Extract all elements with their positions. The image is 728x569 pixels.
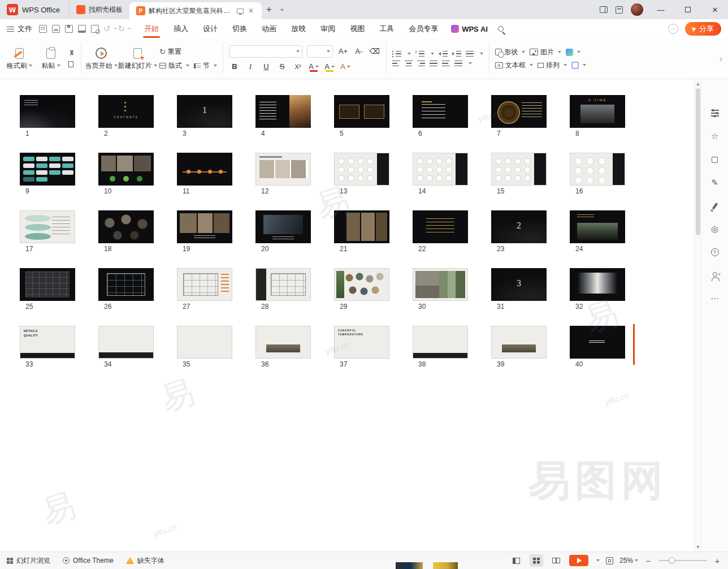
slide-preview[interactable] (177, 210, 232, 243)
slide-preview[interactable] (491, 153, 547, 186)
slide-thumbnail[interactable]: 11 (177, 153, 232, 196)
slide-thumbnail[interactable]: 19 (177, 210, 232, 253)
play-options-caret[interactable] (596, 559, 600, 562)
slide-thumbnail[interactable]: 28 (255, 268, 311, 311)
more-tools-icon[interactable]: ⋯ (710, 294, 720, 304)
slide-sorter-view-button[interactable] (530, 554, 543, 567)
slide-thumbnail[interactable]: 24 (570, 210, 625, 253)
arrange-button[interactable]: 排列 (538, 61, 567, 70)
slide-thumbnail[interactable]: 10 (98, 153, 154, 196)
slide-preview[interactable] (334, 210, 389, 243)
fill-color-button[interactable] (566, 49, 580, 56)
slide-preview[interactable] (413, 153, 468, 186)
split-window-icon[interactable] (600, 6, 608, 13)
background-window-peek[interactable] (396, 562, 423, 569)
scrollbar-thumb[interactable] (696, 88, 700, 235)
textbox-button[interactable]: A文本框 (495, 61, 533, 70)
reading-view-button[interactable] (549, 554, 563, 567)
slide-thumbnail[interactable]: 4 (255, 95, 311, 138)
zoom-out-button[interactable]: − (644, 556, 652, 566)
font-size-select[interactable] (307, 45, 333, 58)
text-direction-caret[interactable] (480, 53, 483, 55)
section-button[interactable]: 节 (194, 61, 217, 71)
decrease-indent-button[interactable] (439, 51, 448, 57)
slide-preview[interactable] (255, 153, 311, 186)
new-file-icon[interactable] (39, 25, 47, 33)
ribbon-tab-4[interactable]: 切换 (231, 20, 248, 38)
background-window-peek[interactable] (433, 562, 458, 569)
bullet-list-button[interactable] (392, 51, 401, 57)
scroll-up-arrow[interactable] (696, 83, 700, 85)
slide-preview[interactable] (570, 326, 625, 359)
adjust-settings-icon[interactable] (710, 108, 720, 118)
increase-indent-button[interactable] (452, 51, 461, 57)
flip-pages-icon[interactable] (710, 154, 720, 165)
slide-thumbnail[interactable]: 36 (255, 326, 311, 369)
slide-thumbnail[interactable]: 14 (413, 153, 468, 196)
layout-button[interactable]: 版式 (159, 61, 189, 71)
bold-button[interactable]: B (229, 61, 240, 72)
slide-thumbnail[interactable]: 17 (20, 210, 75, 253)
text-direction-button[interactable] (466, 51, 474, 57)
slide-preview[interactable] (570, 153, 625, 186)
slide-preview[interactable]: 1 (177, 95, 232, 128)
slide-preview[interactable] (98, 210, 154, 243)
strikethrough-button[interactable]: S (276, 61, 288, 72)
fit-to-window-button[interactable] (606, 557, 613, 564)
slide-preview[interactable]: DETAILS QUALITY (20, 326, 75, 359)
search-icon[interactable] (498, 26, 504, 32)
ribbon-tab-8[interactable]: 视图 (349, 20, 366, 38)
slide-preview[interactable] (413, 326, 468, 359)
slide-preview[interactable]: G·TIME (570, 95, 625, 128)
slide-thumbnail[interactable]: CHEERFUL TEMPERATURE37 (334, 326, 389, 369)
slide-preview[interactable] (255, 210, 311, 243)
slide-thumbnail[interactable]: 38 (413, 326, 468, 369)
normal-view-button[interactable] (510, 554, 523, 567)
map-location-icon[interactable]: ◎ (710, 224, 720, 234)
doc-tab-docer[interactable]: 找稻壳模板 (70, 0, 129, 19)
font-family-select[interactable] (229, 45, 302, 58)
align-left-button[interactable] (392, 61, 400, 67)
wps-home-tab[interactable]: W WPS Office (0, 0, 70, 19)
help-icon[interactable]: ? (710, 247, 720, 257)
print-icon[interactable] (78, 25, 86, 33)
slide-thumbnail[interactable]: 21 (334, 210, 389, 253)
italic-button[interactable]: I (245, 61, 256, 72)
slide-preview[interactable]: 3 (491, 268, 547, 301)
slide-thumbnail[interactable]: 331 (491, 268, 547, 311)
slide-thumbnail[interactable]: G·TIME8 (570, 95, 625, 138)
app-center-icon[interactable] (616, 6, 623, 14)
ribbon-expand-button[interactable]: › (717, 54, 725, 63)
zoom-level-select[interactable]: 25% (619, 557, 638, 564)
edit-chart-icon[interactable]: ✎ (710, 178, 720, 188)
text-effects-button[interactable]: A (340, 61, 351, 72)
underline-button[interactable]: U (261, 61, 272, 72)
play-from-current-button[interactable]: 当页开始 (85, 38, 117, 79)
clear-format-icon[interactable]: ⌫ (369, 46, 380, 57)
slide-preview[interactable] (413, 95, 468, 128)
slide-preview[interactable] (177, 268, 232, 301)
slide-thumbnail[interactable]: 40 (570, 326, 625, 369)
distribute-button[interactable] (442, 61, 450, 67)
bullet-list-caret[interactable] (408, 53, 411, 55)
slide-thumbnail[interactable]: 34 (98, 326, 154, 369)
format-brush-icon[interactable] (710, 201, 720, 211)
close-tab-icon[interactable]: ✕ (247, 7, 255, 15)
slide-preview[interactable]: CHEERFUL TEMPERATURE (334, 326, 389, 359)
scroll-down-arrow[interactable] (696, 546, 700, 549)
slide-thumbnail[interactable]: DETAILS QUALITY33 (20, 326, 75, 369)
tab-list-caret[interactable] (276, 6, 286, 14)
assistant-icon[interactable]: ⋯ (668, 24, 678, 34)
shapes-button[interactable]: 形状 (495, 48, 525, 57)
slide-preview[interactable] (255, 326, 311, 359)
slide-thumbnail[interactable]: 16 (570, 153, 625, 196)
slide-thumbnail[interactable]: 25 (20, 268, 75, 311)
undo-caret[interactable] (114, 28, 117, 30)
slide-thumbnail[interactable]: 9 (20, 153, 75, 196)
slide-sorter-canvas[interactable]: 1CONTENTS2134567G·TIME891011121314151617… (0, 80, 694, 551)
align-center-button[interactable] (405, 61, 413, 67)
align-right-button[interactable] (417, 61, 425, 67)
decrease-font-button[interactable]: A- (353, 46, 365, 57)
line-spacing-caret[interactable] (469, 62, 472, 64)
slide-thumbnail[interactable]: 13 (177, 95, 232, 138)
